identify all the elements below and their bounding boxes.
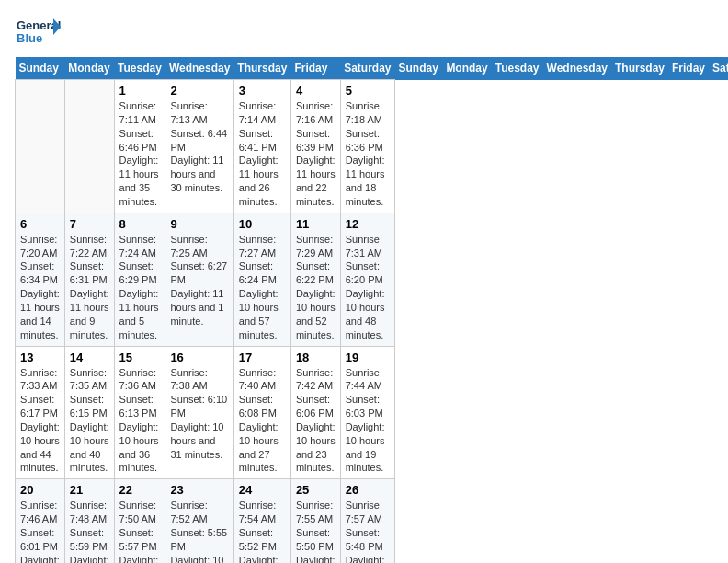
calendar-cell: 3 Sunrise: 7:14 AMSunset: 6:41 PMDayligh… <box>233 80 290 213</box>
calendar-cell: 6 Sunrise: 7:20 AMSunset: 6:34 PMDayligh… <box>16 213 65 346</box>
calendar-cell: 2 Sunrise: 7:13 AMSunset: 6:44 PMDayligh… <box>165 80 233 213</box>
day-number: 18 <box>296 350 336 364</box>
day-number: 2 <box>170 84 228 98</box>
day-number: 16 <box>170 350 228 364</box>
day-number: 1 <box>119 84 161 98</box>
day-number: 17 <box>239 350 286 364</box>
day-number: 4 <box>296 84 336 98</box>
day-number: 12 <box>346 217 390 231</box>
cell-sunrise: Sunrise: 7:46 AMSunset: 6:01 PMDaylight:… <box>20 500 60 563</box>
day-number: 7 <box>70 217 109 231</box>
cell-sunrise: Sunrise: 7:18 AMSunset: 6:36 PMDaylight:… <box>346 100 385 207</box>
calendar-cell: 7 Sunrise: 7:22 AMSunset: 6:31 PMDayligh… <box>64 213 114 346</box>
cell-sunrise: Sunrise: 7:29 AMSunset: 6:22 PMDaylight:… <box>296 234 336 340</box>
day-number: 6 <box>20 217 60 231</box>
day-number: 25 <box>296 483 336 497</box>
day-number: 8 <box>119 217 161 231</box>
day-number: 10 <box>239 217 286 231</box>
calendar-cell: 11 Sunrise: 7:29 AMSunset: 6:22 PMDaylig… <box>290 213 340 346</box>
calendar-cell: 1 Sunrise: 7:11 AMSunset: 6:46 PMDayligh… <box>114 80 165 213</box>
cell-sunrise: Sunrise: 7:33 AMSunset: 6:17 PMDaylight:… <box>20 367 60 474</box>
day-number: 5 <box>346 84 390 98</box>
cell-sunrise: Sunrise: 7:13 AMSunset: 6:44 PMDaylight:… <box>170 100 227 193</box>
weekday-header: Wednesday <box>165 57 233 80</box>
cell-sunrise: Sunrise: 7:40 AMSunset: 6:08 PMDaylight:… <box>239 367 279 474</box>
day-number: 23 <box>170 483 228 497</box>
calendar-cell: 24 Sunrise: 7:54 AMSunset: 5:52 PMDaylig… <box>233 479 290 563</box>
calendar-cell: 17 Sunrise: 7:40 AMSunset: 6:08 PMDaylig… <box>233 346 290 479</box>
cell-sunrise: Sunrise: 7:50 AMSunset: 5:57 PMDaylight:… <box>119 500 159 563</box>
day-number: 19 <box>346 350 390 364</box>
day-number: 26 <box>346 483 390 497</box>
cell-sunrise: Sunrise: 7:31 AMSunset: 6:20 PMDaylight:… <box>346 234 385 340</box>
cell-sunrise: Sunrise: 7:24 AMSunset: 6:29 PMDaylight:… <box>119 234 159 340</box>
calendar-cell: 13 Sunrise: 7:33 AMSunset: 6:17 PMDaylig… <box>16 346 65 479</box>
weekday-header: Tuesday <box>492 57 543 80</box>
weekday-header: Saturday <box>709 57 728 80</box>
day-number: 9 <box>170 217 228 231</box>
cell-sunrise: Sunrise: 7:55 AMSunset: 5:50 PMDaylight:… <box>296 500 336 563</box>
weekday-header: Thursday <box>611 57 668 80</box>
cell-sunrise: Sunrise: 7:27 AMSunset: 6:24 PMDaylight:… <box>239 234 279 340</box>
svg-text:Blue: Blue <box>17 31 42 45</box>
cell-sunrise: Sunrise: 7:20 AMSunset: 6:34 PMDaylight:… <box>20 234 60 340</box>
day-number: 15 <box>119 350 161 364</box>
calendar-week-row: 20 Sunrise: 7:46 AMSunset: 6:01 PMDaylig… <box>16 479 729 563</box>
calendar-cell: 4 Sunrise: 7:16 AMSunset: 6:39 PMDayligh… <box>290 80 340 213</box>
calendar-cell: 16 Sunrise: 7:38 AMSunset: 6:10 PMDaylig… <box>165 346 233 479</box>
day-number: 20 <box>20 483 60 497</box>
cell-sunrise: Sunrise: 7:38 AMSunset: 6:10 PMDaylight:… <box>170 367 227 460</box>
cell-sunrise: Sunrise: 7:14 AMSunset: 6:41 PMDaylight:… <box>239 100 279 207</box>
header-row: SundayMondayTuesdayWednesdayThursdayFrid… <box>16 57 729 80</box>
cell-sunrise: Sunrise: 7:11 AMSunset: 6:46 PMDaylight:… <box>119 100 159 207</box>
cell-sunrise: Sunrise: 7:57 AMSunset: 5:48 PMDaylight:… <box>346 500 385 563</box>
calendar-cell <box>64 80 114 213</box>
day-number: 13 <box>20 350 60 364</box>
weekday-header: Sunday <box>16 57 65 80</box>
day-number: 22 <box>119 483 161 497</box>
weekday-header: Thursday <box>233 57 290 80</box>
calendar-cell: 18 Sunrise: 7:42 AMSunset: 6:06 PMDaylig… <box>290 346 340 479</box>
weekday-header: Friday <box>290 57 340 80</box>
weekday-header: Wednesday <box>543 57 611 80</box>
day-number: 11 <box>296 217 336 231</box>
calendar-cell: 25 Sunrise: 7:55 AMSunset: 5:50 PMDaylig… <box>290 479 340 563</box>
calendar-cell: 8 Sunrise: 7:24 AMSunset: 6:29 PMDayligh… <box>114 213 165 346</box>
calendar-cell: 15 Sunrise: 7:36 AMSunset: 6:13 PMDaylig… <box>114 346 165 479</box>
logo-container: General Blue <box>15 15 61 50</box>
weekday-header: Sunday <box>395 57 443 80</box>
cell-sunrise: Sunrise: 7:25 AMSunset: 6:27 PMDaylight:… <box>170 234 227 327</box>
calendar-table: SundayMondayTuesdayWednesdayThursdayFrid… <box>15 57 728 563</box>
cell-sunrise: Sunrise: 7:22 AMSunset: 6:31 PMDaylight:… <box>70 234 109 340</box>
calendar-cell: 22 Sunrise: 7:50 AMSunset: 5:57 PMDaylig… <box>114 479 165 563</box>
logo-svg: General Blue <box>15 15 61 50</box>
cell-sunrise: Sunrise: 7:35 AMSunset: 6:15 PMDaylight:… <box>70 367 109 474</box>
weekday-header: Tuesday <box>114 57 165 80</box>
calendar-cell: 21 Sunrise: 7:48 AMSunset: 5:59 PMDaylig… <box>64 479 114 563</box>
calendar-cell: 14 Sunrise: 7:35 AMSunset: 6:15 PMDaylig… <box>64 346 114 479</box>
weekday-header: Friday <box>668 57 709 80</box>
cell-sunrise: Sunrise: 7:52 AMSunset: 5:55 PMDaylight:… <box>170 500 227 563</box>
calendar-cell: 9 Sunrise: 7:25 AMSunset: 6:27 PMDayligh… <box>165 213 233 346</box>
calendar-cell: 23 Sunrise: 7:52 AMSunset: 5:55 PMDaylig… <box>165 479 233 563</box>
calendar-cell: 10 Sunrise: 7:27 AMSunset: 6:24 PMDaylig… <box>233 213 290 346</box>
calendar-cell <box>16 80 65 213</box>
cell-sunrise: Sunrise: 7:44 AMSunset: 6:03 PMDaylight:… <box>346 367 385 474</box>
day-number: 14 <box>70 350 109 364</box>
logo: General Blue <box>15 15 61 50</box>
calendar-week-row: 13 Sunrise: 7:33 AMSunset: 6:17 PMDaylig… <box>16 346 729 479</box>
cell-sunrise: Sunrise: 7:16 AMSunset: 6:39 PMDaylight:… <box>296 100 336 207</box>
page-header: General Blue <box>15 15 713 50</box>
calendar-cell: 20 Sunrise: 7:46 AMSunset: 6:01 PMDaylig… <box>16 479 65 563</box>
weekday-header: Monday <box>442 57 491 80</box>
cell-sunrise: Sunrise: 7:42 AMSunset: 6:06 PMDaylight:… <box>296 367 336 474</box>
calendar-week-row: 6 Sunrise: 7:20 AMSunset: 6:34 PMDayligh… <box>16 213 729 346</box>
cell-sunrise: Sunrise: 7:54 AMSunset: 5:52 PMDaylight:… <box>239 500 279 563</box>
weekday-header: Saturday <box>340 57 394 80</box>
calendar-cell: 12 Sunrise: 7:31 AMSunset: 6:20 PMDaylig… <box>340 213 394 346</box>
calendar-cell: 26 Sunrise: 7:57 AMSunset: 5:48 PMDaylig… <box>340 479 394 563</box>
calendar-cell: 19 Sunrise: 7:44 AMSunset: 6:03 PMDaylig… <box>340 346 394 479</box>
cell-sunrise: Sunrise: 7:48 AMSunset: 5:59 PMDaylight:… <box>70 500 109 563</box>
calendar-cell: 5 Sunrise: 7:18 AMSunset: 6:36 PMDayligh… <box>340 80 394 213</box>
day-number: 21 <box>70 483 109 497</box>
